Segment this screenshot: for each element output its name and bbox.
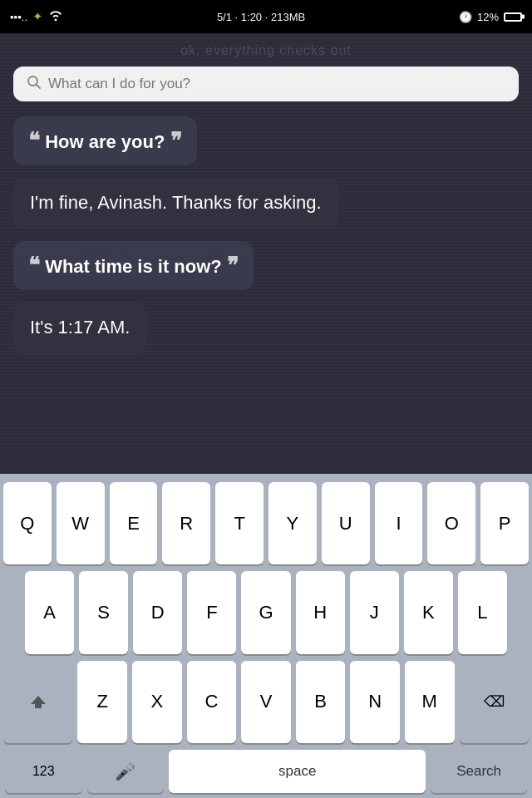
svg-line-1 [37,85,41,89]
keyboard-row-3: Z X C V B N M ⌫ [3,661,529,743]
keyboard-bottom-row: 123 🎤 space Search [3,750,529,793]
user-bubble-2: ❝ What time is it now? ❞ [13,241,519,290]
siri-bubble-2: It's 1:17 AM. [13,302,519,354]
key-j[interactable]: J [350,571,399,653]
key-i[interactable]: I [375,482,423,564]
siri-bubble-1: I'm fine, Avinash. Thanks for asking. [13,177,519,229]
key-d[interactable]: D [133,571,182,653]
battery-icon [504,12,522,22]
shift-key[interactable] [3,661,72,743]
key-x[interactable]: X [132,661,182,743]
status-right: 🕐 12% [459,11,522,23]
battery-percent: 12% [477,11,499,23]
close-quote-2: ❞ [227,253,239,278]
xbox-icon: ✦ [32,9,43,24]
key-m[interactable]: M [405,661,455,743]
status-datetime: 5/1 · 1:20 · 213MB [217,11,305,23]
user-bubble-1: ❝ How are you? ❞ [13,116,519,165]
key-a[interactable]: A [25,571,74,653]
signal-bars: ▪▪▪.. [10,11,27,23]
status-bar: ▪▪▪.. ✦ 5/1 · 1:20 · 213MB 🕐 12% [0,0,532,33]
key-t[interactable]: T [215,482,264,564]
space-key[interactable]: space [169,750,426,793]
key-r[interactable]: R [162,482,210,564]
key-n[interactable]: N [350,661,400,743]
key-w[interactable]: W [57,482,105,564]
key-h[interactable]: H [296,571,345,653]
delete-key[interactable]: ⌫ [460,661,529,743]
key-o[interactable]: O [427,482,475,564]
key-c[interactable]: C [187,661,237,743]
svg-marker-2 [31,696,46,708]
key-p[interactable]: P [480,482,529,564]
wifi-icon [48,10,63,23]
key-u[interactable]: U [322,482,370,564]
clock-icon: 🕐 [459,11,472,23]
key-y[interactable]: Y [268,482,317,564]
keyboard: Q W E R T Y U I O P A S D F G H J K L Z … [0,474,532,798]
siri-response-2: It's 1:17 AM. [13,302,146,354]
key-v[interactable]: V [241,661,291,743]
keyboard-row-1: Q W E R T Y U I O P [3,482,529,564]
key-k[interactable]: K [404,571,453,653]
status-left: ▪▪▪.. ✦ [10,9,63,24]
open-quote-1: ❝ [28,128,40,153]
open-quote-2: ❝ [28,253,40,278]
user-message-2: What time is it now? [45,256,222,277]
siri-search-bar[interactable] [13,66,519,101]
key-q[interactable]: Q [3,482,52,564]
ghost-text: ok, everything checks out [13,43,519,58]
siri-area: ok, everything checks out ❝ How are you?… [0,33,532,474]
delete-icon: ⌫ [484,692,505,711]
key-z[interactable]: Z [77,661,127,743]
user-message-1: How are you? [45,131,165,152]
siri-input[interactable] [48,76,505,92]
key-s[interactable]: S [79,571,128,653]
siri-response-1: I'm fine, Avinash. Thanks for asking. [13,177,338,229]
keyboard-row-2: A S D F G H J K L [3,571,529,653]
microphone-key[interactable]: 🎤 [87,750,165,793]
key-f[interactable]: F [187,571,236,653]
key-l[interactable]: L [458,571,507,653]
search-icon [27,75,42,93]
numbers-key[interactable]: 123 [5,750,82,793]
key-e[interactable]: E [110,482,158,564]
key-g[interactable]: G [241,571,290,653]
microphone-icon: 🎤 [115,761,135,781]
search-key[interactable]: Search [431,750,527,793]
close-quote-1: ❞ [170,128,182,153]
key-b[interactable]: B [296,661,346,743]
